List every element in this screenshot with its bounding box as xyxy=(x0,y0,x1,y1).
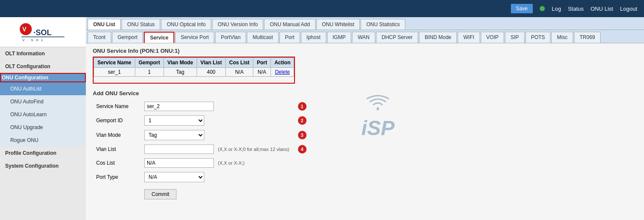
tab-tr069[interactable]: TR069 xyxy=(574,32,601,43)
tab-tcont[interactable]: Tcont xyxy=(88,32,111,43)
tab-igmp[interactable]: IGMP xyxy=(327,32,352,43)
badge-3: 3 xyxy=(298,131,307,139)
tab-port[interactable]: Port xyxy=(279,32,300,43)
cos-list-label: Cos List xyxy=(94,157,141,169)
sidebar-item-onu-autolearn[interactable]: ONU AutoLearn xyxy=(0,108,86,121)
tab-dhcp-server[interactable]: DHCP Server xyxy=(376,32,418,43)
logo-area: V ·SOL V · S O L xyxy=(0,17,86,47)
tab-onu-status[interactable]: ONU Status xyxy=(122,19,160,30)
vlan-mode-label: Vlan Mode xyxy=(94,128,141,142)
tab-portvlan[interactable]: PortVlan xyxy=(215,32,246,43)
cos-list-cell: (X,X or X-X;) xyxy=(142,157,292,169)
gemport-id-cell: 1 2 3 4 xyxy=(142,114,292,127)
col-action: Action xyxy=(271,58,294,68)
col-gemport: Gemport xyxy=(135,58,164,68)
log-link[interactable]: Log xyxy=(552,6,561,12)
service-name-label: Service Name xyxy=(94,100,141,113)
col-vlan-list: Vlan List xyxy=(197,58,225,68)
gemport-id-select[interactable]: 1 2 3 4 xyxy=(144,115,204,126)
service-name-cell xyxy=(142,100,292,113)
service-info-title: ONU Service Info (PON:1 ONU:1) xyxy=(93,48,637,54)
cos-list-hint: (X,X or X-X;) xyxy=(218,160,244,166)
vlan-list-input[interactable] xyxy=(144,145,214,154)
tab-wan[interactable]: WAN xyxy=(352,32,375,43)
badge-2: 2 xyxy=(298,116,307,125)
status-link[interactable]: Status xyxy=(568,6,584,12)
vlan-mode-select[interactable]: Tag Transparent Translate xyxy=(144,130,204,140)
commit-cell: Commit xyxy=(142,185,292,201)
tab-misc[interactable]: Misc xyxy=(551,32,573,43)
sidebar-item-olt-config[interactable]: OLT Configuration xyxy=(0,60,86,73)
tab-onu-optical[interactable]: ONU Optical Info xyxy=(161,19,211,30)
port-type-select[interactable]: N/A ETH WIFI xyxy=(144,172,204,182)
sidebar-item-system-config[interactable]: System Configuration xyxy=(0,160,86,172)
vlan-list-hint: (X,X or X-X;0 for all;max 12 vlans) xyxy=(218,147,289,152)
vlan-mode-cell: Tag Transparent Translate xyxy=(142,128,292,142)
cell-action[interactable]: Delete xyxy=(271,68,294,77)
col-cos-list: Cos List xyxy=(225,58,253,68)
port-type-label: Port Type xyxy=(94,170,141,184)
tab-onu-statistics[interactable]: ONU Statistics xyxy=(361,19,405,30)
secondary-tab-bar: Tcont Gemport Service Service Port PortV… xyxy=(86,30,644,43)
content-area: ONU Service Info (PON:1 ONU:1) Service N… xyxy=(86,43,644,206)
vlan-list-cell: (X,X or X-X;0 for all;max 12 vlans) xyxy=(142,143,292,156)
service-info-table: Service Name Gemport Vlan Mode Vlan List… xyxy=(94,57,294,77)
sidebar-item-onu-upgrade[interactable]: ONU Upgrade xyxy=(0,121,86,134)
sidebar-item-profile-config[interactable]: Profile Configuration xyxy=(0,147,86,160)
table-row: ser_1 1 Tag 400 N/A N/A Delete xyxy=(94,68,294,77)
delete-link[interactable]: Delete xyxy=(275,69,290,75)
form-row-commit: Commit xyxy=(94,185,309,201)
wifi-icon xyxy=(365,94,391,115)
tab-onu-list[interactable]: ONU List xyxy=(88,19,121,30)
tab-wifi[interactable]: WIFI xyxy=(458,32,480,43)
cell-cos-list: N/A xyxy=(225,68,253,77)
gemport-id-label: Gemport ID xyxy=(94,114,141,127)
svg-text:V: V xyxy=(22,26,27,33)
cell-gemport: 1 xyxy=(135,68,164,77)
commit-button[interactable]: Commit xyxy=(144,189,176,199)
status-indicator xyxy=(540,6,545,11)
tab-pots[interactable]: POTS xyxy=(526,32,551,43)
tab-onu-manual-add[interactable]: ONU Manual Add xyxy=(264,19,315,30)
tab-iphost[interactable]: Iphost xyxy=(301,32,326,43)
form-row-service-name: Service Name 1 xyxy=(94,100,309,113)
primary-tab-bar: ONU List ONU Status ONU Optical Info ONU… xyxy=(86,17,644,30)
tab-onu-version[interactable]: ONU Version Info xyxy=(212,19,263,30)
sidebar-item-onu-authlist[interactable]: ONU AuthList xyxy=(0,82,86,95)
svg-text:·SOL: ·SOL xyxy=(33,28,52,37)
badge-4: 4 xyxy=(298,145,307,154)
vlan-list-label: Vlan List xyxy=(94,143,141,156)
tab-onu-whitelist[interactable]: ONU Whitelist xyxy=(316,19,360,30)
tab-bind-mode[interactable]: BIND Mode xyxy=(419,32,457,43)
tab-service[interactable]: Service xyxy=(144,32,174,43)
tab-service-port[interactable]: Service Port xyxy=(175,32,214,43)
isp-logo-area: iSP xyxy=(361,94,395,140)
cos-list-input[interactable] xyxy=(144,158,214,168)
tab-gemport[interactable]: Gemport xyxy=(112,32,143,43)
top-bar: Save Log Status ONU List Logout xyxy=(0,0,644,17)
add-service-title: Add ONU Service xyxy=(93,90,310,96)
form-row-vlan-mode: Vlan Mode Tag Transparent Translate 3 xyxy=(94,128,309,142)
save-button[interactable]: Save xyxy=(511,4,533,13)
service-info-box: Service Name Gemport Vlan Mode Vlan List… xyxy=(93,57,295,84)
layout: V ·SOL V · S O L OLT Information OLT Con… xyxy=(0,17,644,220)
tab-multicast[interactable]: Multicast xyxy=(247,32,278,43)
sidebar-item-olt-info[interactable]: OLT Information xyxy=(0,47,86,60)
main-content: ONU List ONU Status ONU Optical Info ONU… xyxy=(86,17,644,220)
svg-point-5 xyxy=(377,108,379,110)
onu-list-link[interactable]: ONU List xyxy=(591,6,614,12)
port-type-cell: N/A ETH WIFI xyxy=(142,170,292,184)
sidebar-item-rogue-onu[interactable]: Rogue ONU xyxy=(0,134,86,147)
sidebar-item-onu-config[interactable]: ONU Configuration xyxy=(0,73,86,82)
logout-link[interactable]: Logout xyxy=(620,6,637,12)
cell-service-name: ser_1 xyxy=(94,68,135,77)
service-name-input[interactable] xyxy=(144,102,214,111)
tab-sip[interactable]: SIP xyxy=(505,32,524,43)
form-row-cos-list: Cos List (X,X or X-X;) xyxy=(94,157,309,169)
tab-voip[interactable]: VOIP xyxy=(481,32,504,43)
col-port: Port xyxy=(253,58,271,68)
sidebar-item-onu-autofind[interactable]: ONU AutoFind xyxy=(0,95,86,108)
form-row-port-type: Port Type N/A ETH WIFI xyxy=(94,170,309,184)
form-row-gemport-id: Gemport ID 1 2 3 4 2 xyxy=(94,114,309,127)
svg-text:V · S O L: V · S O L xyxy=(22,38,44,42)
